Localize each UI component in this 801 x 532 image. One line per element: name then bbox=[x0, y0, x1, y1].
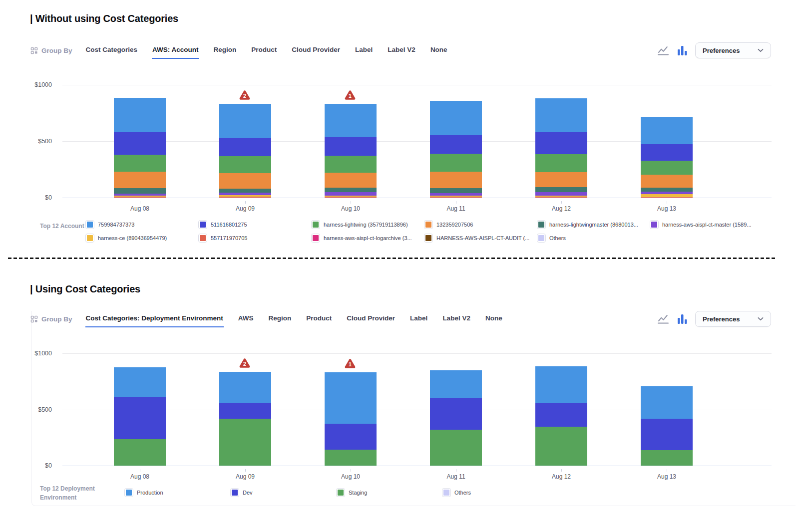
bar-segment[interactable] bbox=[430, 398, 482, 430]
bar-segment[interactable] bbox=[114, 188, 166, 194]
tab-region[interactable]: Region bbox=[268, 311, 292, 326]
bar-segment[interactable] bbox=[535, 172, 587, 187]
legend-item[interactable]: 511616801275 bbox=[199, 220, 312, 229]
tab-none[interactable]: None bbox=[430, 42, 448, 58]
bar-segment[interactable] bbox=[114, 132, 166, 155]
stacked-bar-aug-12[interactable] bbox=[535, 366, 587, 466]
tab-aws-account[interactable]: AWS: Account bbox=[152, 42, 199, 59]
legend-item[interactable]: 557171970705 bbox=[199, 234, 312, 243]
bar-chart-icon[interactable] bbox=[676, 44, 688, 56]
bar-segment[interactable] bbox=[641, 197, 693, 198]
tab-label[interactable]: Label bbox=[355, 42, 373, 58]
bar-segment[interactable] bbox=[430, 154, 482, 172]
bar-segment[interactable] bbox=[219, 138, 271, 156]
stacked-bar-aug-09[interactable]: 2 bbox=[219, 104, 271, 198]
bar-segment[interactable] bbox=[219, 104, 271, 138]
tab-cloud-provider[interactable]: Cloud Provider bbox=[346, 311, 396, 326]
bar-segment[interactable] bbox=[641, 419, 693, 450]
bar-segment[interactable] bbox=[114, 367, 166, 397]
bar-segment[interactable] bbox=[535, 366, 587, 403]
legend-item[interactable]: harness-lightwing (357919113896) bbox=[312, 220, 424, 229]
bar-segment[interactable] bbox=[325, 450, 377, 466]
bar-segment[interactable] bbox=[325, 104, 377, 137]
tab-aws[interactable]: AWS bbox=[238, 311, 254, 326]
bar-segment[interactable] bbox=[430, 172, 482, 188]
tab-product[interactable]: Product bbox=[306, 311, 332, 326]
tab-product[interactable]: Product bbox=[251, 42, 277, 58]
stacked-bar-aug-12[interactable] bbox=[535, 98, 587, 198]
stacked-bar-aug-08[interactable] bbox=[114, 367, 166, 466]
stacked-bar-aug-11[interactable] bbox=[430, 370, 482, 466]
bar-segment[interactable] bbox=[535, 403, 587, 427]
bar-segment[interactable] bbox=[535, 154, 587, 172]
stacked-bar-aug-13[interactable] bbox=[641, 386, 693, 466]
bar-segment[interactable] bbox=[219, 173, 271, 189]
legend-item[interactable]: 759984737373 bbox=[86, 220, 199, 229]
legend-item[interactable]: 132359207506 bbox=[424, 220, 537, 229]
bar-segment[interactable] bbox=[535, 132, 587, 154]
bar-chart-icon[interactable] bbox=[676, 313, 688, 325]
bar-segment[interactable] bbox=[325, 372, 377, 424]
bar-segment[interactable] bbox=[219, 156, 271, 173]
bar-segment[interactable] bbox=[325, 156, 377, 173]
bar-segment[interactable] bbox=[325, 192, 377, 196]
legend-item[interactable]: Others bbox=[537, 234, 650, 243]
tab-label[interactable]: Label bbox=[409, 311, 428, 326]
line-chart-icon[interactable] bbox=[657, 44, 669, 56]
line-chart-icon[interactable] bbox=[657, 313, 669, 325]
legend-item[interactable]: Staging bbox=[337, 488, 442, 497]
tab-label-v2[interactable]: Label V2 bbox=[442, 311, 471, 326]
stacked-bar-aug-10[interactable]: 1 bbox=[325, 104, 377, 198]
tab-cloud-provider[interactable]: Cloud Provider bbox=[291, 42, 341, 58]
bar-segment[interactable] bbox=[535, 98, 587, 133]
preferences-button[interactable]: Preferences bbox=[695, 42, 771, 58]
bar-segment[interactable] bbox=[114, 172, 166, 188]
anomaly-badge-icon[interactable]: 2 bbox=[239, 90, 251, 100]
bar-segment[interactable] bbox=[325, 188, 377, 192]
bar-segment[interactable] bbox=[219, 403, 271, 419]
anomaly-badge-icon[interactable]: 1 bbox=[344, 90, 356, 100]
stacked-bar-aug-09[interactable]: 2 bbox=[219, 372, 271, 466]
bar-segment[interactable] bbox=[114, 98, 166, 132]
group-by-control[interactable]: Group By bbox=[30, 46, 72, 54]
bar-segment[interactable] bbox=[114, 397, 166, 439]
bar-segment[interactable] bbox=[219, 372, 271, 402]
stacked-bar-aug-10[interactable]: 1 bbox=[325, 372, 377, 466]
bar-segment[interactable] bbox=[325, 137, 377, 155]
group-by-control[interactable]: Group By bbox=[30, 315, 72, 323]
bar-segment[interactable] bbox=[114, 439, 166, 466]
legend-item[interactable]: Others bbox=[442, 488, 548, 497]
bar-segment[interactable] bbox=[430, 430, 482, 466]
bar-segment[interactable] bbox=[535, 197, 587, 198]
tab-cost-categories-deployment-environment[interactable]: Cost Categories: Deployment Environment bbox=[85, 311, 224, 327]
bar-segment[interactable] bbox=[641, 188, 693, 192]
legend-item[interactable]: harness-aws-aispl-ct-master (1589... bbox=[650, 220, 763, 229]
legend-item[interactable]: Dev bbox=[231, 488, 337, 497]
bar-segment[interactable] bbox=[535, 187, 587, 192]
stacked-bar-aug-13[interactable] bbox=[641, 117, 693, 198]
bar-segment[interactable] bbox=[535, 427, 587, 466]
legend-item[interactable]: harness-aws-aispl-ct-logarchive (3... bbox=[312, 234, 424, 243]
bar-segment[interactable] bbox=[430, 197, 482, 198]
preferences-button[interactable]: Preferences bbox=[695, 311, 771, 327]
bar-segment[interactable] bbox=[325, 173, 377, 188]
legend-item[interactable]: HARNESS-AWS-AISPL-CT-AUDIT (... bbox=[424, 234, 537, 243]
bar-segment[interactable] bbox=[219, 197, 271, 198]
bar-segment[interactable] bbox=[430, 188, 482, 193]
tab-none[interactable]: None bbox=[485, 311, 503, 326]
bar-segment[interactable] bbox=[641, 450, 693, 466]
bar-segment[interactable] bbox=[641, 386, 693, 419]
anomaly-badge-icon[interactable]: 2 bbox=[239, 358, 251, 368]
bar-segment[interactable] bbox=[219, 189, 271, 193]
bar-segment[interactable] bbox=[641, 161, 693, 175]
bar-segment[interactable] bbox=[535, 192, 587, 196]
bar-segment[interactable] bbox=[325, 424, 377, 450]
bar-segment[interactable] bbox=[114, 155, 166, 171]
bar-segment[interactable] bbox=[430, 101, 482, 135]
tab-label-v2[interactable]: Label V2 bbox=[387, 42, 416, 58]
legend-item[interactable]: Production bbox=[125, 488, 231, 497]
bar-segment[interactable] bbox=[325, 197, 377, 198]
stacked-bar-aug-08[interactable] bbox=[114, 98, 166, 198]
bar-segment[interactable] bbox=[641, 117, 693, 144]
bar-segment[interactable] bbox=[430, 370, 482, 398]
